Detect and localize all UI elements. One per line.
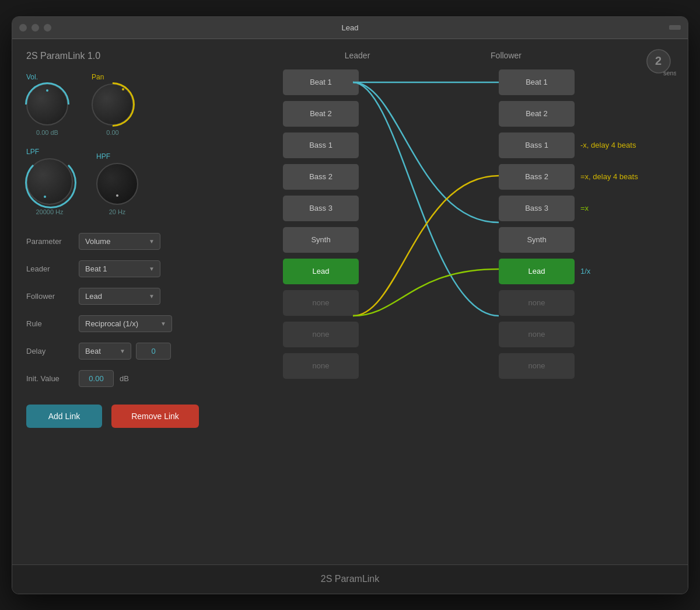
leader-row: Leader Beat 1 ▼	[26, 260, 255, 277]
rule-label-9	[580, 353, 638, 379]
svg-text:2: 2	[655, 54, 662, 67]
remove-link-button[interactable]: Remove Link	[111, 405, 199, 428]
bottom-bar: 2S ParamLink	[12, 564, 688, 594]
column-headers: Leader Follower	[283, 51, 674, 60]
leader-track-1[interactable]: Beat 2	[283, 101, 359, 127]
follower-track-8[interactable]: none	[499, 322, 575, 347]
vol-knob[interactable]	[26, 83, 68, 126]
delay-unit-container: Beat ▼	[79, 343, 131, 360]
pan-label: Pan	[92, 73, 104, 81]
leader-tracks-column: Beat 1Beat 2Bass 1Bass 2Bass 3SynthLeadn…	[283, 69, 359, 379]
lpf-knob-ring	[25, 157, 76, 208]
window-controls	[19, 24, 51, 32]
leader-track-4[interactable]: Bass 3	[283, 196, 359, 221]
lpf-value: 20000 Hz	[36, 208, 63, 215]
pan-knob[interactable]	[92, 83, 134, 126]
pan-value: 0.00	[106, 129, 118, 136]
leader-track-6[interactable]: Lead	[283, 259, 359, 284]
rule-label-4: =x	[580, 196, 638, 221]
rule-row: Rule Reciprocal (1/x) ▼	[26, 315, 255, 332]
follower-row: Follower Lead ▼	[26, 288, 255, 305]
top-knobs-row: Vol. 0.00 dB Pan	[26, 73, 255, 136]
leader-form-label: Leader	[26, 264, 73, 273]
vol-knob-group: Vol. 0.00 dB	[26, 73, 68, 136]
app-title: 2S ParamLink 1.0	[26, 51, 255, 61]
rule-label-3: =x, delay 4 beats	[580, 164, 638, 190]
delay-label: Delay	[26, 347, 73, 355]
follower-track-6[interactable]: Lead	[499, 259, 575, 284]
rule-label-5	[580, 227, 638, 253]
vol-knob-ring	[16, 73, 78, 135]
add-link-button[interactable]: Add Link	[26, 405, 102, 428]
close-button[interactable]	[19, 24, 27, 32]
leader-select-container: Beat 1 ▼	[79, 260, 160, 277]
follower-track-1[interactable]: Beat 2	[499, 101, 575, 127]
rule-label-field: Rule	[26, 319, 73, 328]
title-bar: Lead	[12, 17, 688, 39]
leader-track-0[interactable]: Beat 1	[283, 69, 359, 95]
leader-track-5[interactable]: Synth	[283, 227, 359, 253]
rule-select[interactable]: Reciprocal (1/x)	[79, 315, 172, 332]
lpf-knob-wrap	[26, 158, 73, 205]
minimize-button[interactable]	[32, 24, 39, 32]
follower-track-7[interactable]: none	[499, 290, 575, 316]
leader-track-3[interactable]: Bass 2	[283, 164, 359, 190]
leader-track-7[interactable]: none	[283, 290, 359, 316]
hpf-knob-group: HPF 20 Hz	[96, 152, 138, 215]
follower-select[interactable]: Lead	[79, 288, 160, 305]
leader-track-9[interactable]: none	[283, 353, 359, 379]
hpf-knob-wrap	[96, 163, 138, 205]
follower-track-3[interactable]: Bass 2	[499, 164, 575, 190]
rule-label-8	[580, 322, 638, 347]
follower-column-header: Follower	[432, 51, 580, 60]
vol-value: 0.00 dB	[36, 129, 58, 136]
delay-controls: Beat ▼ 0	[79, 343, 171, 360]
follower-tracks-column: Beat 1Beat 2Bass 1Bass 2Bass 3SynthLeadn…	[499, 69, 575, 379]
pan-knob-dot	[122, 88, 124, 90]
follower-track-4[interactable]: Bass 3	[499, 196, 575, 221]
rule-label-7	[580, 290, 638, 316]
lpf-knob[interactable]	[26, 158, 73, 205]
lpf-dot	[44, 196, 46, 198]
parameter-select-container: Volume ▼	[79, 233, 160, 250]
follower-track-5[interactable]: Synth	[499, 227, 575, 253]
rule-labels-column: -x, delay 4 beats=x, delay 4 beats=x1/x	[580, 69, 638, 379]
lpf-knob-group: LPF 20000 Hz	[26, 148, 73, 215]
follower-track-2[interactable]: Bass 1	[499, 133, 575, 158]
delay-value-input[interactable]: 0	[136, 343, 171, 360]
maximize-button[interactable]	[44, 24, 51, 32]
pan-knob-wrap	[92, 83, 134, 126]
parameter-row: Parameter Volume ▼	[26, 233, 255, 250]
leader-track-8[interactable]: none	[283, 322, 359, 347]
leader-column-header: Leader	[283, 51, 432, 60]
pan-knob-group: Pan 0.00	[92, 73, 134, 136]
delay-row: Delay Beat ▼ 0	[26, 343, 255, 360]
hpf-knob[interactable]	[96, 163, 138, 205]
hpf-label: HPF	[96, 152, 110, 161]
delay-unit-select[interactable]: Beat	[79, 343, 131, 360]
tracks-layout: Beat 1Beat 2Bass 1Bass 2Bass 3SynthLeadn…	[283, 69, 674, 379]
follower-track-0[interactable]: Beat 1	[499, 69, 575, 95]
main-window: Lead 2S ParamLink 1.0 Vol. 0.00 dB	[12, 16, 688, 594]
main-content: 2S ParamLink 1.0 Vol. 0.00 dB Pan	[12, 39, 688, 564]
vol-knob-wrap	[26, 83, 68, 126]
follower-track-9[interactable]: none	[499, 353, 575, 379]
init-unit: dB	[120, 374, 129, 383]
right-panel: 2 sense Leader Follower	[269, 39, 688, 564]
left-panel: 2S ParamLink 1.0 Vol. 0.00 dB Pan	[12, 39, 269, 564]
hpf-dot	[116, 194, 118, 197]
parameter-label: Parameter	[26, 237, 73, 246]
bottom-bar-title: 2S ParamLink	[321, 574, 380, 584]
follower-select-container: Lead ▼	[79, 288, 160, 305]
init-value-display: 0.00	[79, 370, 114, 387]
parameter-select[interactable]: Volume	[79, 233, 160, 250]
window-title: Lead	[342, 23, 359, 32]
leader-select[interactable]: Beat 1	[79, 260, 160, 277]
init-label: Init. Value	[26, 374, 73, 383]
title-bar-right	[669, 25, 681, 30]
leader-track-2[interactable]: Bass 1	[283, 133, 359, 158]
rule-label-6: 1/x	[580, 259, 638, 284]
lpf-label: LPF	[26, 148, 39, 156]
rule-label-0	[580, 69, 638, 95]
rule-label-2: -x, delay 4 beats	[580, 133, 638, 158]
